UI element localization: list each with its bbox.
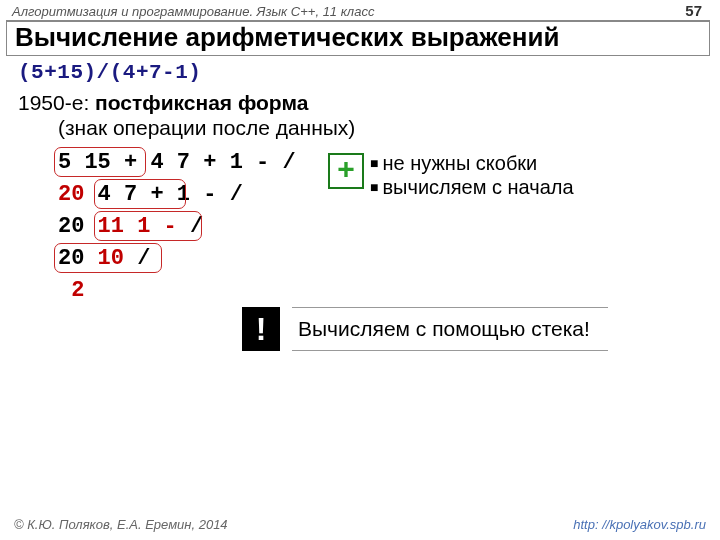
content: (5+15)/(4+7-1) 1950-е: постфиксная форма… xyxy=(0,56,720,307)
step-4-rest: / xyxy=(137,246,150,271)
step-4-prev: 20 xyxy=(58,246,84,271)
page-number: 57 xyxy=(685,2,702,19)
expression: (5+15)/(4+7-1) xyxy=(18,60,704,86)
exclamation-icon: ! xyxy=(242,307,280,351)
step-5: 2 xyxy=(18,275,704,307)
page-title: Вычисление арифметических выражений xyxy=(15,22,701,53)
step-3-rest: / xyxy=(190,214,203,239)
bullet-icon: ■ xyxy=(370,155,382,171)
bullet-2: ■вычисляем с начала xyxy=(370,175,574,199)
plus-icon: + xyxy=(328,153,364,189)
step-1-rest: 4 7 + 1 - / xyxy=(137,150,295,175)
note-box: ! Вычисляем с помощью стека! xyxy=(242,307,608,351)
advantages-list: ■не нужны скобки ■вычисляем с начала xyxy=(370,151,574,199)
step-4: 20 10 / xyxy=(18,243,704,275)
bullet-1: ■не нужны скобки xyxy=(370,151,574,175)
note-text: Вычисляем с помощью стека! xyxy=(298,317,590,340)
course-label: Алгоритмизация и программирование. Язык … xyxy=(12,4,374,19)
step-2-rest: 1 - / xyxy=(177,182,243,207)
footer-url: http: //kpolyakov.spb.ru xyxy=(573,517,706,532)
step-4-group: 10 xyxy=(84,246,137,271)
step-5-result: 2 xyxy=(58,278,84,303)
step-3: 20 11 1 - / xyxy=(18,211,704,243)
intro-line: 1950-е: постфиксная форма xyxy=(18,90,704,116)
intro-year: 1950-е: xyxy=(18,91,95,114)
bullet-1-text: не нужны скобки xyxy=(382,152,537,174)
intro-sub: (знак операции после данных) xyxy=(18,115,704,141)
title-box: Вычисление арифметических выражений xyxy=(6,20,710,56)
step-1-group: 5 15 + xyxy=(58,150,137,175)
step-3-prev: 20 xyxy=(58,214,84,239)
note-text-wrap: Вычисляем с помощью стека! xyxy=(292,307,608,351)
step-2-result: 20 xyxy=(58,182,84,207)
footer-copyright: © К.Ю. Поляков, Е.А. Еремин, 2014 xyxy=(14,517,228,532)
header: Алгоритмизация и программирование. Язык … xyxy=(0,0,720,19)
step-2-group: 4 7 + xyxy=(84,182,176,207)
intro-term: постфиксная форма xyxy=(95,91,308,114)
advantages: + ■не нужны скобки ■вычисляем с начала xyxy=(328,151,574,199)
step-3-group: 11 1 - xyxy=(84,214,190,239)
bullet-icon: ■ xyxy=(370,179,382,195)
footer: © К.Ю. Поляков, Е.А. Еремин, 2014 http: … xyxy=(0,517,720,532)
postfix-steps: 5 15 + 4 7 + 1 - / 20 4 7 + 1 - / 20 11 … xyxy=(18,147,704,307)
bullet-2-text: вычисляем с начала xyxy=(382,176,573,198)
